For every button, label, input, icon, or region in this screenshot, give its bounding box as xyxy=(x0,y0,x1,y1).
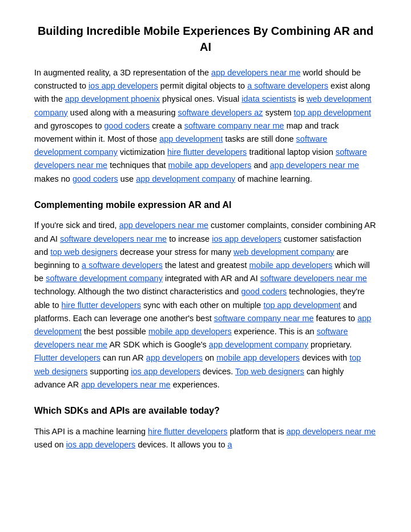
text-span: If you're sick and tired, xyxy=(34,221,119,230)
text-span: experiences. xyxy=(171,380,220,389)
link-ios-app-developers[interactable]: ios app developers xyxy=(131,367,200,376)
text-span: is xyxy=(296,94,307,103)
link-a-software-developers[interactable]: a software developers xyxy=(82,261,163,270)
link-a[interactable]: a xyxy=(228,440,232,449)
link-software-company-near-me[interactable]: software company near me xyxy=(184,121,284,130)
link-app-developers-near-me[interactable]: app developers near me xyxy=(211,68,300,77)
text-span: makes no xyxy=(34,174,72,183)
text-span: victimization xyxy=(118,147,167,157)
link-ios-app-developers[interactable]: ios app developers xyxy=(212,234,281,243)
link-mobile-app-developers[interactable]: mobile app developers xyxy=(168,161,252,170)
link-app-developers-near-me[interactable]: app developers near me xyxy=(81,380,170,389)
link-app-development-company[interactable]: app development company xyxy=(209,340,308,349)
article-content: In augmented reality, a 3D representatio… xyxy=(34,66,377,451)
link-app-development[interactable]: app development xyxy=(159,134,223,143)
section-heading-1: Complementing mobile expression AR and A… xyxy=(34,198,377,213)
text-span: used along with a measuring xyxy=(68,108,178,117)
link-ios-app-developers[interactable]: ios app developers xyxy=(88,81,158,90)
link-mobile-app-developers[interactable]: mobile app developers xyxy=(249,261,332,270)
link-good-coders[interactable]: good coders xyxy=(72,174,118,183)
link-app-developers-near-me[interactable]: app developers near me xyxy=(287,427,376,436)
text-span: technology. Although the two distinct ch… xyxy=(34,287,241,296)
text-span: traditional laptop vision xyxy=(247,147,336,157)
text-span: system xyxy=(263,108,294,117)
text-span: AR SDK which is Google's xyxy=(107,340,209,349)
link-app-development-company[interactable]: app development company xyxy=(136,174,235,183)
link-software-developers-near-me[interactable]: software developers near me xyxy=(260,274,367,283)
link-good-coders[interactable]: good coders xyxy=(104,121,150,130)
link-top-app-development[interactable]: top app development xyxy=(263,301,340,310)
text-span: integrated with AR and AI xyxy=(163,274,260,283)
text-span: and xyxy=(252,161,270,170)
link-hire-flutter-developers[interactable]: hire flutter developers xyxy=(167,147,247,157)
text-span: physical ones. Visual xyxy=(160,94,241,103)
text-span: supporting xyxy=(88,367,131,376)
text-span: can run AR xyxy=(100,353,146,362)
link-hire-flutter-developers[interactable]: hire flutter developers xyxy=(148,427,227,436)
link-software-development-company[interactable]: software development company xyxy=(46,274,163,283)
link-app-developers-near-me[interactable]: app developers near me xyxy=(119,221,208,230)
link-software-developers-az[interactable]: software developers az xyxy=(178,108,263,117)
link-mobile-app-developers[interactable]: mobile app developers xyxy=(216,353,300,362)
text-span: tasks are still done xyxy=(223,134,296,143)
text-span: devices. xyxy=(200,367,235,376)
link-mobile-app-developers[interactable]: mobile app developers xyxy=(148,327,232,336)
link-top-app-development[interactable]: top app development xyxy=(294,108,371,117)
text-span: experience. This is an xyxy=(232,327,317,336)
text-span: the best possible xyxy=(82,327,148,336)
link-flutter-developers[interactable]: Flutter developers xyxy=(34,353,100,362)
section-heading-3: Which SDKs and APIs are available today? xyxy=(34,404,377,418)
text-span: the latest and greatest xyxy=(163,261,249,270)
link-a-software-developers[interactable]: a software developers xyxy=(247,81,328,90)
link-top-web-designers[interactable]: top web designers xyxy=(50,247,118,257)
text-span: In augmented reality, a 3D representatio… xyxy=(34,68,211,77)
text-span: used on xyxy=(34,440,66,449)
link-good-coders[interactable]: good coders xyxy=(241,287,287,296)
link-hire-flutter-developers[interactable]: hire flutter developers xyxy=(62,301,141,310)
link-ios-app-developers[interactable]: ios app developers xyxy=(66,440,136,449)
link-app-developers[interactable]: app developers xyxy=(146,353,203,362)
text-span: platform that is xyxy=(228,427,287,436)
text-span: devices. It allows you to xyxy=(135,440,227,449)
text-span: use xyxy=(118,174,136,183)
link-top-web-designers[interactable]: Top web designers xyxy=(235,367,304,376)
text-span: and gyroscopes to xyxy=(34,121,104,130)
text-span: features to xyxy=(314,314,358,323)
text-span: decrease your stress for many xyxy=(118,247,233,257)
text-span: of machine learning. xyxy=(235,174,312,183)
paragraph-0: In augmented reality, a 3D representatio… xyxy=(34,66,377,186)
link-app-developers-near-me[interactable]: app developers near me xyxy=(270,161,359,170)
text-span: techniques that xyxy=(107,161,168,170)
link-app-development-phoenix[interactable]: app development phoenix xyxy=(65,94,160,103)
link-software-developers-near-me[interactable]: software developers near me xyxy=(60,234,167,243)
link-software-company-near-me[interactable]: software company near me xyxy=(214,314,314,323)
paragraph-4: This API is a machine learning hire flut… xyxy=(34,425,377,451)
page-title: Building Incredible Mobile Experiences B… xyxy=(34,23,377,55)
text-span: to increase xyxy=(167,234,212,243)
link-web-development-company[interactable]: web development company xyxy=(233,247,335,257)
text-span: on xyxy=(203,353,216,362)
text-span: permit digital objects to xyxy=(158,81,247,90)
text-span: sync with each other on multiple xyxy=(141,301,263,310)
paragraph-2: If you're sick and tired, app developers… xyxy=(34,219,377,391)
text-span: devices with xyxy=(300,353,349,362)
link-idata-scientists[interactable]: idata scientists xyxy=(241,94,296,103)
text-span: This API is a machine learning xyxy=(34,427,148,436)
text-span: proprietary. xyxy=(308,340,352,349)
text-span: create a xyxy=(150,121,184,130)
